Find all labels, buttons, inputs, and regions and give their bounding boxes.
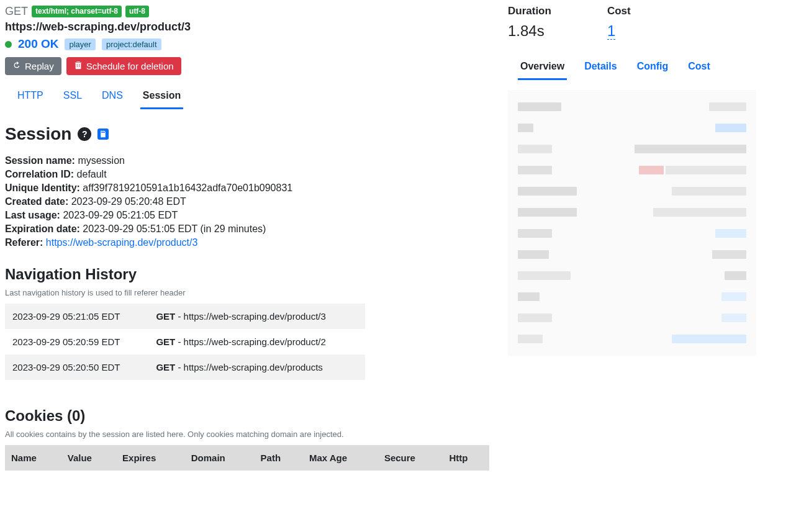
replay-label: Replay bbox=[25, 61, 54, 71]
referer-link[interactable]: https://web-scraping.dev/product/3 bbox=[46, 237, 198, 248]
doc-icon[interactable] bbox=[97, 128, 109, 140]
trash-icon bbox=[74, 61, 83, 71]
http-method: GET bbox=[5, 5, 28, 18]
created-date-row: Created date: 2023-09-29 05:20:48 EDT bbox=[5, 196, 488, 207]
session-heading: Session bbox=[5, 124, 71, 144]
nav-history-hint: Last navigation history is used to fill … bbox=[5, 288, 488, 297]
sidebar-tab-cost[interactable]: Cost bbox=[685, 57, 713, 80]
nav-history-table: 2023-09-29 05:21:05 EDT GET - https://we… bbox=[5, 304, 365, 380]
duration-metric: Duration 1.84s bbox=[508, 5, 551, 40]
col-expires: Expires bbox=[116, 445, 185, 471]
content-type-badge: text/html; charset=utf-8 bbox=[32, 6, 122, 18]
tab-ssl[interactable]: SSL bbox=[61, 86, 84, 109]
status-indicator-icon bbox=[5, 41, 12, 48]
schedule-delete-button[interactable]: Schedule for deletion bbox=[66, 57, 181, 75]
col-secure: Secure bbox=[378, 445, 443, 471]
cookies-table: Name Value Expires Domain Path Max Age S… bbox=[5, 445, 489, 471]
schedule-delete-label: Schedule for deletion bbox=[86, 61, 174, 71]
col-path: Path bbox=[255, 445, 303, 471]
referer-row: Referer: https://web-scraping.dev/produc… bbox=[5, 237, 488, 248]
sidebar-tab-config[interactable]: Config bbox=[635, 57, 671, 80]
overview-panel-blurred bbox=[508, 90, 756, 356]
cookies-heading: Cookies (0) bbox=[5, 407, 488, 425]
unique-identity-row: Unique Identity: aff39f7819210591a1b1643… bbox=[5, 183, 488, 194]
sidebar-tab-overview[interactable]: Overview bbox=[518, 57, 567, 80]
replay-button[interactable]: Replay bbox=[5, 57, 61, 75]
tab-session[interactable]: Session bbox=[140, 86, 183, 109]
tab-dns[interactable]: DNS bbox=[99, 86, 125, 109]
player-badge[interactable]: player bbox=[65, 38, 95, 50]
col-name: Name bbox=[5, 445, 61, 471]
sidebar-tabs: Overview Details Config Cost bbox=[508, 57, 756, 80]
col-value: Value bbox=[61, 445, 116, 471]
tab-http[interactable]: HTTP bbox=[15, 86, 46, 109]
session-name-row: Session name: mysession bbox=[5, 155, 488, 166]
project-badge[interactable]: project:default bbox=[102, 38, 161, 50]
col-http: Http bbox=[443, 445, 489, 471]
last-usage-row: Last usage: 2023-09-29 05:21:05 EDT bbox=[5, 210, 488, 221]
cost-metric: Cost 1 bbox=[607, 5, 631, 40]
col-domain: Domain bbox=[185, 445, 255, 471]
replay-icon bbox=[12, 61, 21, 71]
help-icon[interactable]: ? bbox=[78, 127, 91, 141]
request-url: https://web-scraping.dev/product/3 bbox=[5, 20, 488, 34]
nav-history-heading: Navigation History bbox=[5, 266, 488, 283]
sidebar-tab-details[interactable]: Details bbox=[582, 57, 619, 80]
encoding-badge: utf-8 bbox=[125, 6, 149, 18]
table-row: 2023-09-29 05:20:59 EDT GET - https://we… bbox=[5, 329, 365, 354]
table-row: 2023-09-29 05:21:05 EDT GET - https://we… bbox=[5, 304, 365, 329]
table-row: 2023-09-29 05:20:50 EDT GET - https://we… bbox=[5, 354, 365, 380]
cost-link[interactable]: 1 bbox=[607, 22, 615, 40]
correlation-id-row: Correlation ID: default bbox=[5, 169, 488, 180]
cookies-hint: All cookies contains by the session are … bbox=[5, 430, 488, 439]
http-status: 200 OK bbox=[18, 37, 58, 51]
main-tabs: HTTP SSL DNS Session bbox=[5, 86, 488, 109]
col-maxage: Max Age bbox=[303, 445, 378, 471]
expiration-date-row: Expiration date: 2023-09-29 05:51:05 EDT… bbox=[5, 223, 488, 235]
